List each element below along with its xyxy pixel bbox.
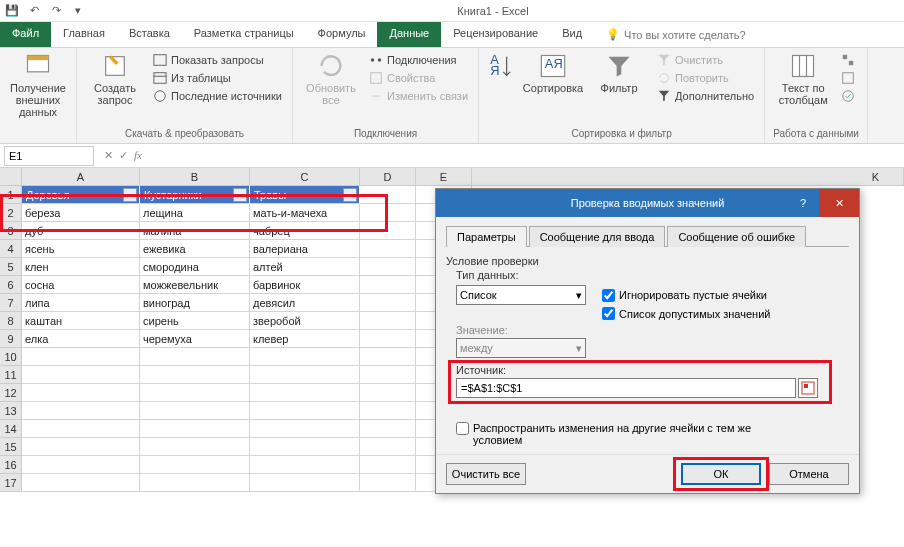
reapply-button[interactable]: Повторить	[655, 70, 756, 86]
cell[interactable]	[140, 384, 250, 402]
cell[interactable]	[360, 348, 416, 366]
cell[interactable]	[140, 348, 250, 366]
cell[interactable]	[140, 366, 250, 384]
cell[interactable]: лещина	[140, 204, 250, 222]
tab-review[interactable]: Рецензирование	[441, 22, 550, 47]
row-header[interactable]: 16	[0, 456, 22, 474]
cell[interactable]: девясил	[250, 294, 360, 312]
row-header[interactable]: 3	[0, 222, 22, 240]
cell[interactable]: клен	[22, 258, 140, 276]
ok-button[interactable]: ОК	[681, 463, 761, 485]
name-box[interactable]	[4, 146, 94, 166]
remove-duplicates-button[interactable]	[839, 70, 857, 86]
row-header[interactable]: 4	[0, 240, 22, 258]
from-table-button[interactable]: Из таблицы	[151, 70, 284, 86]
cell[interactable]: виноград	[140, 294, 250, 312]
cell[interactable]	[360, 240, 416, 258]
clear-all-button[interactable]: Очистить все	[446, 463, 526, 485]
row-header[interactable]: 14	[0, 420, 22, 438]
cell[interactable]: валериана	[250, 240, 360, 258]
cell[interactable]	[250, 420, 360, 438]
tab-input-message[interactable]: Сообщение для ввода	[529, 226, 666, 247]
tab-parameters[interactable]: Параметры	[446, 226, 527, 247]
tab-error-message[interactable]: Сообщение об ошибке	[667, 226, 806, 247]
tell-me[interactable]: 💡Что вы хотите сделать?	[594, 22, 758, 47]
row-header[interactable]: 10	[0, 348, 22, 366]
cell[interactable]	[22, 420, 140, 438]
clear-filter-button[interactable]: Очистить	[655, 52, 756, 68]
cell[interactable]: можжевельник	[140, 276, 250, 294]
cell[interactable]	[140, 420, 250, 438]
row-header[interactable]: 7	[0, 294, 22, 312]
cell[interactable]	[250, 456, 360, 474]
advanced-button[interactable]: Дополнительно	[655, 88, 756, 104]
sort-button[interactable]: АЯСортировка	[523, 52, 583, 104]
filter-button[interactable]: Фильтр	[589, 52, 649, 104]
properties-button[interactable]: Свойства	[367, 70, 470, 86]
ignore-blank-checkbox[interactable]: Игнорировать пустые ячейки	[602, 289, 767, 302]
cell[interactable]: каштан	[22, 312, 140, 330]
cell[interactable]: зверобой	[250, 312, 360, 330]
cell[interactable]	[360, 402, 416, 420]
cell[interactable]	[360, 276, 416, 294]
redo-icon[interactable]: ↷	[48, 3, 64, 19]
qat-dropdown-icon[interactable]: ▾	[70, 3, 86, 19]
row-header[interactable]: 8	[0, 312, 22, 330]
cell[interactable]	[250, 402, 360, 420]
cell[interactable]	[22, 348, 140, 366]
column-header[interactable]: B	[140, 168, 250, 185]
cell[interactable]: мать-и-мачеха	[250, 204, 360, 222]
cell[interactable]: дуб	[22, 222, 140, 240]
row-header[interactable]: 12	[0, 384, 22, 402]
cell[interactable]: ясень	[22, 240, 140, 258]
cell[interactable]	[360, 258, 416, 276]
cell[interactable]	[22, 474, 140, 492]
cell[interactable]: сирень	[140, 312, 250, 330]
row-header[interactable]: 9	[0, 330, 22, 348]
cell[interactable]	[140, 456, 250, 474]
select-all-corner[interactable]	[0, 168, 22, 185]
show-queries-button[interactable]: Показать запросы	[151, 52, 284, 68]
tab-home[interactable]: Главная	[51, 22, 117, 47]
get-external-data-button[interactable]: Получение внешних данных	[8, 52, 68, 118]
cell[interactable]	[360, 366, 416, 384]
tab-data[interactable]: Данные	[377, 22, 441, 47]
row-header[interactable]: 6	[0, 276, 22, 294]
cell[interactable]	[22, 456, 140, 474]
cell[interactable]	[360, 312, 416, 330]
cell[interactable]	[360, 474, 416, 492]
cell[interactable]	[22, 402, 140, 420]
cell[interactable]: елка	[22, 330, 140, 348]
row-header[interactable]: 13	[0, 402, 22, 420]
cell[interactable]	[360, 222, 416, 240]
cell[interactable]	[360, 294, 416, 312]
cell[interactable]: малина	[140, 222, 250, 240]
cancel-button[interactable]: Отмена	[769, 463, 849, 485]
fx-icon[interactable]: fx	[134, 149, 142, 162]
range-selector-icon[interactable]	[798, 378, 818, 398]
new-query-button[interactable]: Создать запрос	[85, 52, 145, 106]
tab-insert[interactable]: Вставка	[117, 22, 182, 47]
row-header[interactable]: 5	[0, 258, 22, 276]
sort-az-button[interactable]: АЯ	[487, 52, 517, 104]
save-icon[interactable]: 💾	[4, 3, 20, 19]
connections-button[interactable]: Подключения	[367, 52, 470, 68]
filter-dropdown-icon[interactable]: ▾	[233, 188, 247, 202]
dropdown-list-checkbox[interactable]: Список допустимых значений	[602, 307, 770, 320]
cell[interactable]: алтей	[250, 258, 360, 276]
cell[interactable]: клевер	[250, 330, 360, 348]
column-header[interactable]: C	[250, 168, 360, 185]
tab-file[interactable]: Файл	[0, 22, 51, 47]
cell[interactable]: сосна	[22, 276, 140, 294]
tab-view[interactable]: Вид	[550, 22, 594, 47]
cell[interactable]: смородина	[140, 258, 250, 276]
cell[interactable]: черемуха	[140, 330, 250, 348]
undo-icon[interactable]: ↶	[26, 3, 42, 19]
cell[interactable]	[250, 348, 360, 366]
cell[interactable]	[360, 330, 416, 348]
cell[interactable]: Кустарники▾	[140, 186, 250, 204]
row-header[interactable]: 17	[0, 474, 22, 492]
edit-links-button[interactable]: Изменить связи	[367, 88, 470, 104]
cell[interactable]	[250, 474, 360, 492]
column-header[interactable]: A	[22, 168, 140, 185]
